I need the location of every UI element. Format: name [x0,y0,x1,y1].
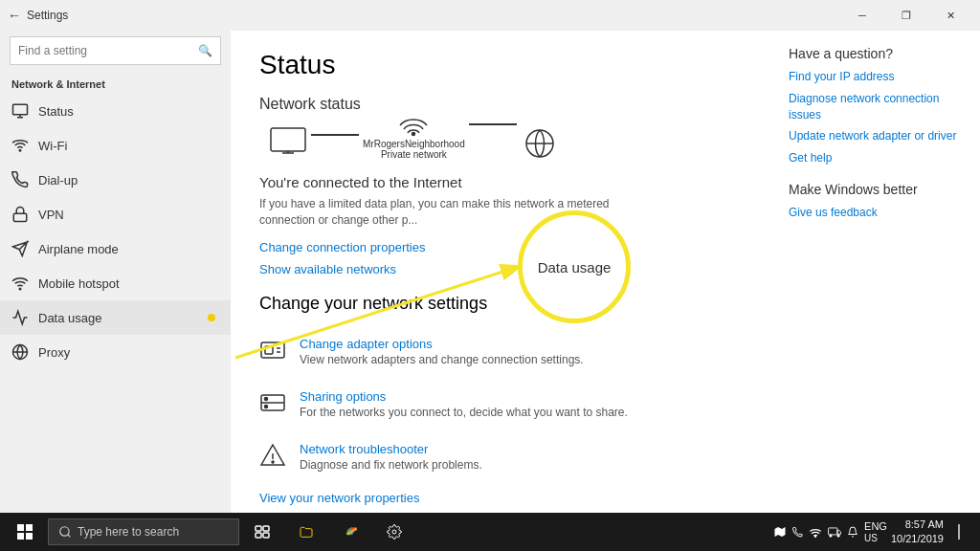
sharing-option: Sharing options For the networks you con… [259,378,741,430]
right-panel: Have a question? Find your IP address Di… [769,31,980,513]
sidebar-label-proxy: Proxy [38,345,70,360]
svg-point-20 [265,397,268,400]
task-view-button[interactable] [241,513,283,551]
svg-line-31 [68,535,71,538]
search-icon: 🔍 [198,44,212,57]
svg-rect-4 [13,213,27,221]
adapter-title[interactable]: Change adapter options [300,337,584,351]
svg-point-11 [412,133,415,136]
svg-rect-28 [17,533,24,540]
keyboard-indicator: ENGUS [864,520,887,543]
network-type: Private network [381,149,447,160]
app-body: 🔍 Network & Internet Status Wi-Fi Dial-u… [0,31,980,513]
sidebar-item-airplane[interactable]: Airplane mode [0,231,231,266]
find-ip-link[interactable]: Find your IP address [789,69,961,85]
search-box[interactable]: 🔍 [10,36,221,65]
troubleshooter-title[interactable]: Network troubleshooter [300,442,482,456]
sidebar-section-title: Network & Internet [0,71,231,94]
router-icon: MrRogersNeighborhood Private network [363,110,465,160]
sidebar-label-wifi: Wi-Fi [38,139,67,153]
app-title: Settings [27,9,68,22]
network-status-title: Network status [259,96,741,113]
net-line-1 [311,134,359,136]
main-area: Status Network status [231,31,980,513]
sharing-content: Sharing options For the networks you con… [300,389,628,419]
back-arrow-icon[interactable]: ← [8,8,21,23]
airplane-icon [11,240,29,257]
titlebar-left: ← Settings [8,8,68,23]
svg-rect-39 [829,528,837,535]
proxy-icon [11,343,29,361]
sidebar: 🔍 Network & Internet Status Wi-Fi Dial-u… [0,31,231,513]
adapter-desc: View network adapters and change connect… [300,353,584,366]
close-button[interactable]: ✕ [928,0,972,31]
net-line-2 [469,123,517,125]
sidebar-item-datausage[interactable]: Data usage [0,300,231,335]
time: 8:57 AM [891,518,944,532]
sidebar-item-vpn[interactable]: VPN [0,197,231,231]
svg-rect-26 [17,524,24,531]
right-section-title-1: Have a question? [789,46,961,61]
computer-icon [269,126,307,161]
sidebar-item-status[interactable]: Status [0,94,231,128]
network-name: MrRogersNeighborhood [363,139,465,149]
svg-point-21 [265,405,268,408]
svg-point-37 [392,530,396,534]
svg-rect-34 [256,533,261,538]
sidebar-label-dialup: Dial-up [38,173,78,187]
update-adapter-link[interactable]: Update network adapter or driver [789,128,961,144]
svg-point-3 [19,150,21,152]
sidebar-label-hotspot: Mobile hotspot [38,276,120,291]
sidebar-item-wifi[interactable]: Wi-Fi [0,128,231,163]
taskbar: Type here to search ENGUS 8:57 [0,513,980,551]
view-network-properties-link[interactable]: View your network properties [259,491,741,505]
feedback-link[interactable]: Give us feedback [789,205,961,221]
datausage-icon [11,309,29,326]
change-network-title: Change your network settings [259,294,741,314]
svg-rect-35 [263,533,269,538]
sharing-desc: For the networks you connect to, decide … [300,406,628,419]
show-networks-link[interactable]: Show available networks [259,262,741,276]
file-explorer-button[interactable] [285,513,327,551]
change-connection-link[interactable]: Change connection properties [259,240,741,254]
sidebar-item-proxy[interactable]: Proxy [0,335,231,369]
taskbar-search-bar[interactable]: Type here to search [48,518,239,545]
settings-taskbar-button[interactable] [373,513,415,551]
svg-point-40 [830,535,832,537]
right-section-title-2: Make Windows better [789,182,961,197]
chrome-button[interactable] [329,513,371,551]
search-input[interactable] [18,44,198,57]
date: 10/21/2019 [891,532,944,546]
troubleshooter-desc: Diagnose and fix network problems. [300,458,482,472]
sharing-title[interactable]: Sharing options [300,389,628,404]
adapter-content: Change adapter options View network adap… [300,337,584,366]
minimize-button[interactable]: ─ [840,0,884,31]
sidebar-label-datausage: Data usage [38,311,102,325]
svg-rect-8 [271,128,305,151]
network-visual: MrRogersNeighborhood Private network [259,126,741,161]
svg-point-38 [815,536,816,537]
svg-rect-33 [263,526,269,531]
vpn-icon [11,206,29,223]
sidebar-item-dialup[interactable]: Dial-up [0,163,231,197]
sidebar-item-hotspot[interactable]: Mobile hotspot [0,266,231,300]
notification-area[interactable] [947,513,970,551]
sidebar-label-airplane: Airplane mode [38,242,119,256]
diagnose-link[interactable]: Diagnose network connection issues [789,91,961,123]
wifi-icon [11,137,29,154]
troubleshooter-option: Network troubleshooter Diagnose and fix … [259,430,741,483]
page-title: Status [259,50,741,80]
svg-rect-15 [265,346,273,354]
svg-point-23 [272,461,274,463]
svg-rect-32 [256,526,261,531]
titlebar-controls: ─ ❐ ✕ [840,0,972,31]
svg-point-41 [837,535,839,537]
get-help-link[interactable]: Get help [789,150,961,166]
dot-indicator [208,314,215,321]
start-button[interactable] [4,513,46,551]
restore-button[interactable]: ❐ [884,0,928,31]
globe-icon [521,126,559,161]
sharing-icon [259,389,286,416]
sidebar-label-status: Status [38,104,74,119]
clock[interactable]: 8:57 AM 10/21/2019 [891,518,944,547]
